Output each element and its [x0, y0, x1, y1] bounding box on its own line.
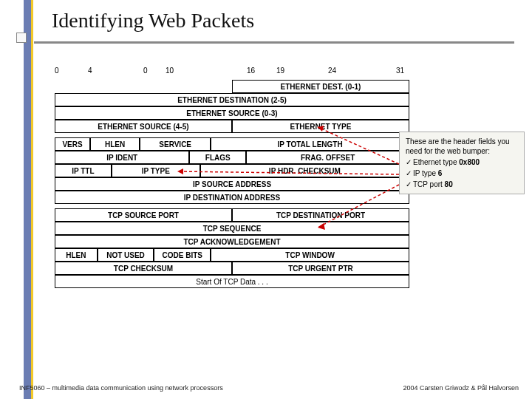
field-ip-ttl: IP TTL — [55, 164, 112, 177]
field-eth-src-45: ETHERNET SOURCE (4-5) — [55, 120, 232, 133]
note-item-ip-type: ✓IP type 6 — [406, 168, 519, 178]
ruler-tick: 24 — [328, 66, 336, 75]
field-frag-offset: FRAG. OFFSET — [246, 151, 409, 164]
field-ip-checksum: IP HDR. CHECKSUM — [200, 164, 409, 177]
ruler-tick: 10 — [166, 66, 174, 75]
field-eth-dest-25: ETHERNET DESTINATION (2-5) — [55, 93, 409, 106]
packet-diagram: ETHERNET DEST. (0-1) ETHERNET DESTINATIO… — [55, 80, 409, 288]
field-flags: FLAGS — [189, 151, 246, 164]
field-eth-src-03: ETHERNET SOURCE (0-3) — [55, 106, 409, 120]
field-tcp-src-port: TCP SOURCE PORT — [55, 208, 232, 222]
field-ip-total-length: IP TOTAL LENGTH — [211, 137, 409, 151]
footer-left: INF5060 – multimedia data communication … — [19, 384, 223, 392]
ruler-tick: 31 — [396, 66, 404, 75]
field-tcp-ack: TCP ACKNOWLEDGEMENT — [55, 235, 409, 248]
note-item-eth-type: ✓Ethernet type 0x800 — [406, 157, 519, 167]
field-eth-type: ETHERNET TYPE — [232, 120, 409, 133]
field-tcp-data-start: Start Of TCP Data . . . — [55, 275, 409, 288]
field-tcp-notused: NOT USED — [98, 248, 154, 262]
field-ip-src: IP SOURCE ADDRESS — [55, 177, 409, 191]
field-ip-type: IP TYPE — [112, 164, 200, 177]
field-ip-ident: IP IDENT — [55, 151, 189, 164]
ruler-tick: 19 — [276, 66, 284, 75]
page-title: Identifying Web Packets — [52, 9, 254, 33]
check-icon: ✓ — [406, 180, 412, 188]
field-vers: VERS — [55, 137, 90, 151]
title-underline — [34, 41, 514, 44]
field-tcp-codebits: CODE BITS — [154, 248, 211, 262]
ruler-tick: 4 — [88, 66, 92, 75]
field-tcp-checksum: TCP CHECKSUM — [55, 262, 232, 275]
left-accent-inner — [31, 0, 33, 399]
corner-square-icon — [16, 33, 27, 43]
left-accent-bar — [24, 0, 31, 399]
field-tcp-urgent: TCP URGENT PTR — [232, 262, 409, 275]
ruler-tick: 16 — [247, 66, 255, 75]
check-icon: ✓ — [406, 169, 412, 177]
field-tcp-hlen: HLEN — [55, 248, 98, 262]
footer-right: 2004 Carsten Griwodz & Pål Halvorsen — [403, 384, 519, 392]
bit-ruler: 0 4 0 10 16 19 24 31 — [55, 66, 409, 77]
note-intro: These are the header fields you need for… — [406, 137, 519, 156]
field-service: SERVICE — [140, 137, 211, 151]
ruler-tick: 0 — [143, 66, 148, 75]
field-ip-dst: IP DESTINATION ADDRESS — [55, 191, 409, 204]
field-tcp-seq: TCP SEQUENCE — [55, 222, 409, 235]
field-tcp-dst-port: TCP DESTINATION PORT — [232, 208, 409, 222]
ruler-tick: 0 — [55, 66, 59, 75]
check-icon: ✓ — [406, 158, 412, 166]
field-eth-dest-01: ETHERNET DEST. (0-1) — [232, 80, 409, 93]
note-item-tcp-port: ✓TCP port 80 — [406, 180, 519, 189]
field-tcp-window: TCP WINDOW — [211, 248, 409, 262]
field-hlen: HLEN — [90, 137, 140, 151]
callout-note: These are the header fields you need for… — [399, 132, 525, 194]
